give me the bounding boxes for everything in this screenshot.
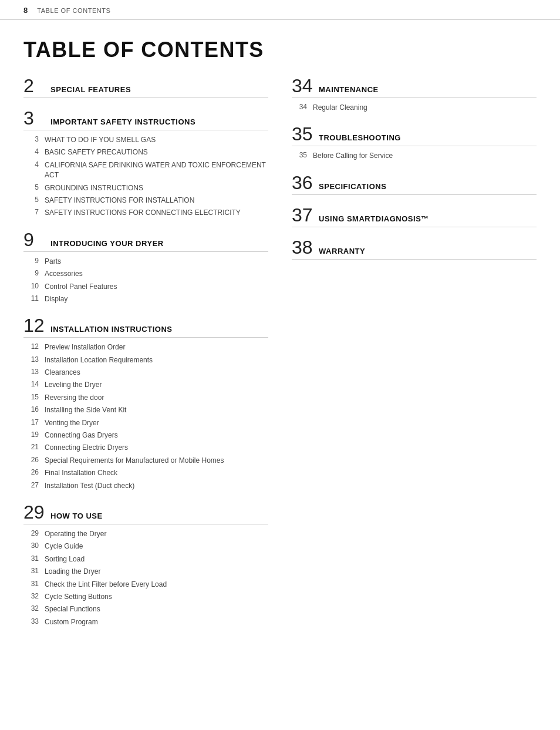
toc-item: 13Clearances (23, 366, 268, 379)
item-label: Custom Program (45, 617, 98, 627)
section-header-37: 37USING SMARTDIAGNOSIS™ (292, 206, 537, 227)
item-page-num: 5 (26, 196, 39, 204)
section-num-12: 12 (23, 316, 45, 335)
item-label: Accessories (45, 269, 83, 279)
toc-item: 14Leveling the Dryer (23, 379, 268, 391)
item-page-num: 13 (26, 355, 39, 364)
item-page-num: 9 (26, 257, 39, 265)
toc-item: 5GROUNDING INSTRUCTIONS (23, 182, 268, 194)
header-page-label: TABLE OF CONTENTS (37, 7, 110, 14)
toc-item: 21Connecting Electric Dryers (23, 442, 268, 454)
toc-item: 17Venting the Dryer (23, 417, 268, 429)
item-page-num: 21 (26, 443, 39, 451)
item-page-num: 4 (26, 147, 39, 156)
toc-item: 31Check the Lint Filter before Every Loa… (23, 578, 268, 591)
item-page-num: 32 (26, 604, 39, 613)
toc-item: 19Connecting Gas Dryers (23, 429, 268, 442)
toc-section-34: 34MAINTENANCE34Regular Cleaning (292, 76, 537, 114)
item-page-num: 14 (26, 380, 39, 388)
item-label: Regular Cleaning (313, 103, 367, 113)
item-label: Final Installation Check (45, 468, 117, 478)
section-num-36: 36 (292, 173, 313, 192)
item-label: Before Calling for Service (313, 151, 393, 161)
item-label: Cycle Setting Buttons (45, 592, 112, 602)
toc-section-3: 3IMPORTANT SAFETY INSTRUCTIONS3WHAT TO D… (23, 109, 268, 220)
toc-item: 34Regular Cleaning (292, 102, 537, 114)
item-label: Installation Test (Duct check) (45, 481, 134, 491)
toc-item: 16Installing the Side Vent Kit (23, 404, 268, 416)
section-title-36: SPECIFICATIONS (319, 182, 386, 191)
toc-section-35: 35TROUBLESHOOTING35Before Calling for Se… (292, 125, 537, 162)
section-title-9: INTRODUCING YOUR DRYER (50, 239, 164, 248)
toc-item: 7SAFETY INSTRUCTIONS FOR CONNECTING ELEC… (23, 207, 268, 219)
item-label: Special Requirements for Manufactured or… (45, 456, 224, 466)
item-label: Control Panel Features (45, 282, 117, 292)
toc-item: 33Custom Program (23, 616, 268, 628)
item-label: GROUNDING INSTRUCTIONS (45, 183, 143, 193)
item-page-num: 32 (26, 592, 39, 600)
toc-section-12: 12INSTALLATION INSTRUCTIONS12Preview Ins… (23, 316, 268, 492)
toc-item: 26Final Installation Check (23, 467, 268, 479)
page-header: 8 TABLE OF CONTENTS (0, 0, 560, 20)
item-label: Display (45, 294, 68, 304)
section-num-37: 37 (292, 206, 313, 224)
section-title-3: IMPORTANT SAFETY INSTRUCTIONS (50, 117, 195, 126)
item-page-num: 31 (26, 554, 39, 563)
toc-item: 4BASIC SAFETY PRECAUTIONS (23, 146, 268, 159)
section-title-34: MAINTENANCE (319, 85, 379, 94)
item-label: Loading the Dryer (45, 567, 100, 577)
toc-section-36: 36SPECIFICATIONS (292, 173, 537, 195)
section-header-9: 9INTRODUCING YOUR DRYER (23, 230, 268, 252)
item-page-num: 4 (26, 160, 39, 169)
item-label: SAFETY INSTRUCTIONS FOR CONNECTING ELECT… (45, 208, 241, 218)
toc-item: 12Preview Installation Order (23, 341, 268, 354)
item-label: WHAT TO DO IF YOU SMELL GAS (45, 135, 156, 145)
toc-section-29: 29HOW TO USE29Operating the Dryer30Cycle… (23, 503, 268, 628)
section-num-2: 2 (23, 76, 45, 95)
section-num-34: 34 (292, 76, 313, 95)
section-header-12: 12INSTALLATION INSTRUCTIONS (23, 316, 268, 338)
toc-item: 10Control Panel Features (23, 281, 268, 293)
item-label: BASIC SAFETY PRECAUTIONS (45, 147, 148, 157)
item-label: Venting the Dryer (45, 418, 99, 428)
item-label: Leveling the Dryer (45, 380, 102, 390)
item-page-num: 11 (26, 294, 39, 302)
toc-section-2: 2SPECIAL FEATURES (23, 76, 268, 98)
item-page-num: 30 (26, 541, 39, 550)
item-label: Connecting Gas Dryers (45, 430, 118, 440)
toc-item: 26Special Requirements for Manufactured … (23, 455, 268, 467)
item-page-num: 31 (26, 567, 39, 575)
section-header-36: 36SPECIFICATIONS (292, 173, 537, 195)
item-page-num: 3 (26, 135, 39, 143)
section-header-29: 29HOW TO USE (23, 503, 268, 524)
item-page-num: 29 (26, 529, 39, 537)
item-page-num: 26 (26, 456, 39, 464)
item-page-num: 9 (26, 269, 39, 277)
item-label: CALIFORNIA SAFE DRINKING WATER AND TOXIC… (45, 160, 268, 181)
section-num-3: 3 (23, 109, 45, 127)
item-label: Installation Location Requirements (45, 355, 153, 365)
section-title-12: INSTALLATION INSTRUCTIONS (50, 325, 173, 334)
item-label: Preview Installation Order (45, 342, 125, 352)
section-num-38: 38 (292, 238, 313, 257)
section-header-35: 35TROUBLESHOOTING (292, 125, 537, 146)
toc-item: 13Installation Location Requirements (23, 354, 268, 366)
toc-item: 11Display (23, 293, 268, 305)
section-title-35: TROUBLESHOOTING (319, 133, 401, 142)
item-page-num: 17 (26, 418, 39, 426)
item-page-num: 35 (294, 151, 307, 159)
toc-item: 9Accessories (23, 268, 268, 280)
header-page-num: 8 (23, 6, 28, 15)
section-num-9: 9 (23, 230, 45, 249)
item-page-num: 33 (26, 617, 39, 625)
section-header-38: 38WARRANTY (292, 238, 537, 260)
item-label: Clearances (45, 368, 80, 378)
item-page-num: 26 (26, 468, 39, 476)
item-label: Sorting Load (45, 554, 85, 564)
main-title: TABLE OF CONTENTS (0, 20, 560, 76)
toc-item: 30Cycle Guide (23, 540, 268, 553)
toc-item: 29Operating the Dryer (23, 528, 268, 540)
item-page-num: 34 (294, 103, 307, 111)
item-label: Installing the Side Vent Kit (45, 405, 126, 415)
toc-item: 31Loading the Dryer (23, 566, 268, 578)
